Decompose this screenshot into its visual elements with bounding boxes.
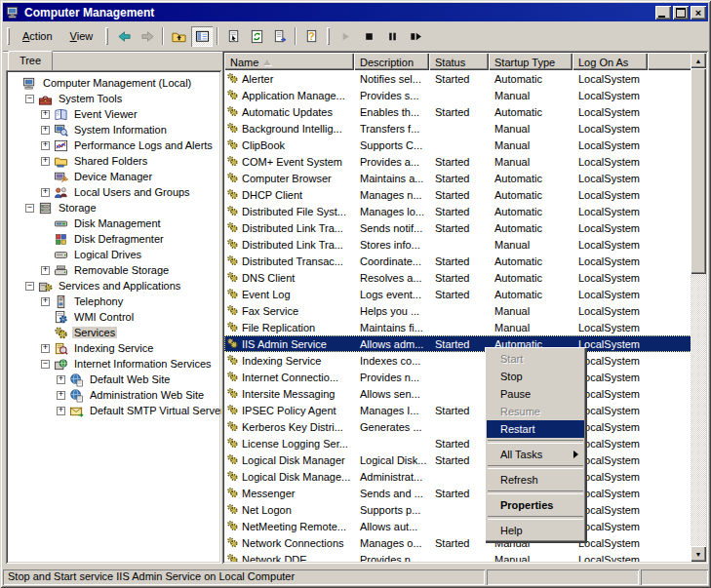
tree-expander-plus[interactable]: + (41, 188, 50, 197)
tree-item-internet-information-services[interactable]: −Internet Information Services (8, 356, 219, 372)
menu-view[interactable]: View (61, 27, 102, 45)
tree-item-telephony[interactable]: +Telephony (8, 294, 219, 309)
tree-expander-plus[interactable]: + (57, 391, 65, 400)
service-row-automatic-updates[interactable]: Automatic UpdatesEnables th...StartedAut… (224, 103, 706, 120)
service-row-net-logon[interactable]: Net LogonSupports p...LocalSystem (224, 501, 706, 518)
scroll-up-button[interactable]: ▲ (691, 53, 706, 68)
service-row-event-log[interactable]: Event LogLogs event...StartedAutomaticLo… (224, 286, 706, 302)
service-row-distributed-link-tra[interactable]: Distributed Link Tra...Sends notif...Sta… (224, 219, 706, 236)
service-row-fax-service[interactable]: Fax ServiceHelps you ...ManualLocalSyste… (224, 302, 706, 319)
minimize-button[interactable] (655, 6, 671, 20)
service-row-background-intellig[interactable]: Background Intellig...Transfers f...Manu… (224, 120, 706, 137)
tree-item-indexing-service[interactable]: +Indexing Service (8, 340, 219, 356)
tree-expander-plus[interactable]: + (57, 375, 65, 384)
context-menu-item-help[interactable]: Help (487, 522, 584, 539)
context-menu-item-properties[interactable]: Properties (487, 496, 584, 514)
tree-expander-minus[interactable]: − (41, 360, 50, 369)
service-row-file-replication[interactable]: File ReplicationMaintains fi...ManualLoc… (224, 319, 706, 335)
context-menu-item-all-tasks[interactable]: All Tasks (487, 446, 584, 463)
column-header-status[interactable]: Status (429, 53, 489, 70)
service-row-com-event-system[interactable]: COM+ Event SystemProvides a...StartedMan… (224, 153, 706, 170)
tree-item-shared-folders[interactable]: +Shared Folders (8, 153, 219, 169)
column-header-description[interactable]: Description (354, 53, 429, 70)
context-menu-item-restart[interactable]: Restart (487, 420, 584, 438)
tree-expander-plus[interactable]: + (41, 126, 50, 135)
tree-expander-plus[interactable]: + (41, 297, 50, 306)
refresh-button[interactable] (246, 26, 267, 47)
tree-expander-plus[interactable]: + (41, 141, 50, 150)
tree-item-performance-logs-and-alerts[interactable]: +Performance Logs and Alerts (8, 137, 219, 153)
service-row-ipsec-policy-agent[interactable]: IPSEC Policy AgentManages I...StartedLoc… (224, 402, 706, 418)
tree-item-disk-defragmenter[interactable]: Disk Defragmenter (8, 231, 219, 247)
service-row-network-dde[interactable]: Network DDEProvides n...ManualLocalSyste… (224, 551, 706, 562)
tree-expander-plus[interactable]: + (41, 266, 50, 275)
tree-item-administration-web-site[interactable]: +Administration Web Site (8, 387, 219, 403)
tree-item-storage[interactable]: −Storage (8, 200, 219, 216)
tree-item-device-manager[interactable]: Device Manager (8, 169, 219, 184)
service-row-iis-admin-service[interactable]: IIS Admin ServiceAllows adm...StartedAut… (224, 335, 706, 352)
tree-item-disk-management[interactable]: Disk Management (8, 216, 219, 231)
tree-item-services-and-applications[interactable]: −Services and Applications (8, 278, 219, 294)
service-row-kerberos-key-distri[interactable]: Kerberos Key Distri...Generates ...Local… (224, 418, 706, 435)
service-row-internet-connectio[interactable]: Internet Connectio...Provides n...LocalS… (224, 369, 706, 385)
tree-expander-minus[interactable]: − (25, 95, 34, 103)
tree-item-event-viewer[interactable]: +Event Viewer (8, 106, 219, 122)
tree-expander-plus[interactable]: + (57, 407, 65, 415)
tree-expander-plus[interactable]: + (41, 157, 50, 166)
service-row-clipbook[interactable]: ClipBookSupports C...ManualLocalSystem (224, 137, 706, 153)
properties-button[interactable] (222, 26, 244, 47)
help-button[interactable]: ? (300, 26, 322, 47)
service-row-distributed-file-syst[interactable]: Distributed File Syst...Manages lo...Sta… (224, 203, 706, 219)
service-row-distributed-link-tra[interactable]: Distributed Link Tra...Stores info...Man… (224, 236, 706, 253)
tree-item-computer-management-local[interactable]: Computer Management (Local) (8, 75, 219, 91)
stop-service-button[interactable] (358, 26, 379, 47)
tree-item-wmi-control[interactable]: WMI Control (8, 309, 219, 325)
close-button[interactable]: × (691, 6, 706, 20)
service-row-computer-browser[interactable]: Computer BrowserMaintains a...StartedAut… (224, 170, 706, 186)
column-header-log-on-as[interactable]: Log On As (573, 53, 648, 70)
service-row-logical-disk-manage[interactable]: Logical Disk Manage...Administrat...Loca… (224, 468, 706, 485)
pause-service-button[interactable] (381, 26, 403, 47)
context-menu-item-stop[interactable]: Stop (487, 368, 584, 385)
toolbar-gripper[interactable] (327, 27, 330, 45)
service-row-application-manage[interactable]: Application Manage...Provides s...Manual… (224, 87, 706, 103)
column-header-name[interactable]: Name (224, 53, 354, 70)
tree-expander-plus[interactable]: + (41, 110, 50, 119)
tree-item-local-users-and-groups[interactable]: +Local Users and Groups (8, 184, 219, 200)
toolbar-gripper[interactable] (105, 27, 108, 45)
service-row-distributed-transac[interactable]: Distributed Transac...Coordinate...Start… (224, 253, 706, 269)
column-header-startup-type[interactable]: Startup Type (489, 53, 573, 70)
vertical-scrollbar[interactable]: ▲ ▼ (691, 53, 706, 562)
tree-item-services[interactable]: Services (8, 325, 219, 340)
show-hide-console-tree-button[interactable] (191, 26, 213, 47)
tree-item-default-web-site[interactable]: +Default Web Site (8, 372, 219, 387)
service-row-alerter[interactable]: AlerterNotifies sel...StartedAutomaticLo… (224, 70, 706, 87)
service-row-license-logging-ser[interactable]: License Logging Ser...StartedLocalSystem (224, 435, 706, 451)
service-row-netmeeting-remote[interactable]: NetMeeting Remote...Allows aut...LocalSy… (224, 518, 706, 534)
tree-item-system-information[interactable]: +System Information (8, 122, 219, 137)
export-list-button[interactable] (269, 26, 291, 47)
tree-expander-minus[interactable]: − (25, 282, 34, 291)
scroll-down-button[interactable]: ▼ (691, 546, 706, 562)
service-row-logical-disk-manager[interactable]: Logical Disk ManagerLogical Disk...Start… (224, 451, 706, 468)
tree-item-removable-storage[interactable]: +Removable Storage (8, 262, 219, 278)
tree-item-default-smtp-virtual-server[interactable]: +Default SMTP Virtual Server (8, 403, 219, 418)
service-row-dhcp-client[interactable]: DHCP ClientManages n...StartedAutomaticL… (224, 186, 706, 203)
restart-service-button[interactable] (405, 26, 426, 47)
context-menu-item-refresh[interactable]: Refresh (487, 471, 584, 489)
service-row-messenger[interactable]: MessengerSends and ...StartedLocalSystem (224, 485, 706, 501)
tree-item-logical-drives[interactable]: Logical Drives (8, 247, 219, 262)
tree-item-system-tools[interactable]: −System Tools (8, 91, 219, 106)
service-row-intersite-messaging[interactable]: Intersite MessagingAllows sen...LocalSys… (224, 385, 706, 402)
service-row-indexing-service[interactable]: Indexing ServiceIndexes co...LocalSystem (224, 352, 706, 369)
maximize-button[interactable] (673, 6, 689, 20)
service-row-dns-client[interactable]: DNS ClientResolves a...StartedAutomaticL… (224, 269, 706, 286)
toolbar-gripper[interactable] (7, 27, 10, 45)
menu-action[interactable]: Action (14, 27, 61, 45)
tree-expander-plus[interactable]: + (41, 344, 50, 353)
tab-tree[interactable]: Tree (8, 51, 53, 70)
context-menu-item-pause[interactable]: Pause (487, 385, 584, 403)
up-one-level-button[interactable] (168, 26, 189, 47)
scrollbar-thumb[interactable] (691, 68, 706, 274)
service-row-network-connections[interactable]: Network ConnectionsManages o...StartedMa… (224, 534, 706, 551)
